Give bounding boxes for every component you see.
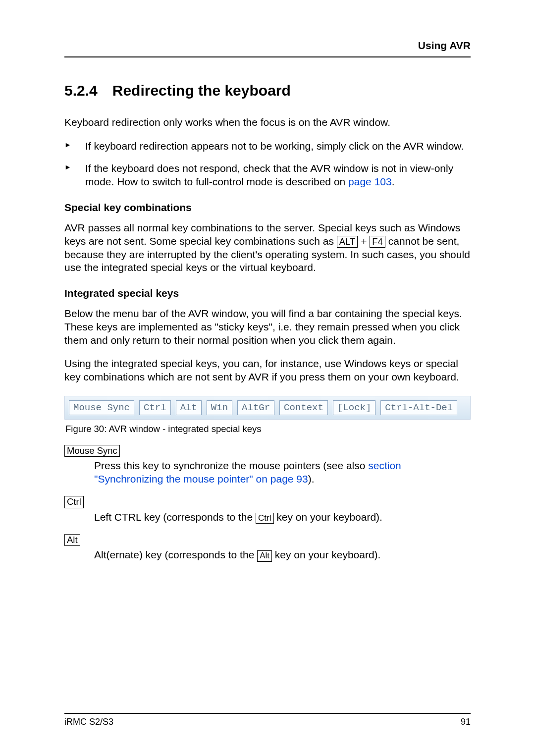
- win-button[interactable]: Win: [207, 400, 232, 415]
- section-heading: Redirecting the keyboard: [112, 82, 291, 99]
- ctrl-inline-key-icon: Ctrl: [256, 513, 273, 524]
- text-fragment: Alt(ernate) key (corresponds to the: [94, 549, 257, 560]
- text-fragment: key on your keyboard).: [274, 511, 382, 523]
- context-button[interactable]: Context: [279, 400, 328, 415]
- text-fragment: +: [358, 235, 370, 247]
- def-term: Ctrl: [64, 495, 471, 508]
- figure-special-keys-bar: Mouse Sync Ctrl Alt Win AltGr Context [L…: [64, 396, 471, 420]
- definition-list: Mouse Sync Press this key to synchronize…: [64, 444, 471, 562]
- alt-key-icon: Alt: [64, 534, 80, 546]
- text-fragment: ).: [308, 473, 315, 485]
- integrated-keys-paragraph-2: Using the integrated special keys, you c…: [64, 357, 471, 384]
- ctrl-button[interactable]: Ctrl: [139, 400, 171, 415]
- bullet-text-part3: .: [392, 176, 395, 187]
- mouse-sync-button[interactable]: Mouse Sync: [69, 400, 134, 415]
- intro-paragraph: Keyboard redirection only works when the…: [64, 116, 471, 129]
- alt-inline-key-icon: Alt: [257, 550, 272, 561]
- page: Using AVR 5.2.4Redirecting the keyboard …: [0, 0, 535, 756]
- footer-rule: [64, 713, 471, 714]
- page-footer: iRMC S2/S3 91: [64, 709, 471, 727]
- section-title: 5.2.4Redirecting the keyboard: [64, 82, 471, 99]
- footer-row: iRMC S2/S3 91: [64, 717, 471, 727]
- def-body: Alt(ernate) key (corresponds to the Alt …: [94, 548, 471, 561]
- ctrl-alt-del-button[interactable]: Ctrl-Alt-Del: [380, 400, 457, 415]
- page-link[interactable]: page 103: [348, 176, 392, 187]
- list-item: If the keyboard does not respond, check …: [64, 162, 471, 189]
- def-term: Alt: [64, 534, 471, 546]
- list-item: If keyboard redirection appears not to b…: [64, 139, 471, 153]
- ctrl-key-icon: Ctrl: [64, 496, 84, 508]
- def-body: Left CTRL key (corresponds to the Ctrl k…: [94, 510, 471, 524]
- mouse-sync-key-icon: Mouse Sync: [64, 445, 120, 457]
- bullet-text: If keyboard redirection appears not to b…: [85, 140, 464, 152]
- running-header: Using AVR: [64, 40, 471, 56]
- footer-left: iRMC S2/S3: [64, 717, 113, 727]
- bullet-text-part1: If the keyboard does not respond, check …: [85, 162, 453, 187]
- figure-caption: Figure 30: AVR window - integrated speci…: [65, 424, 471, 434]
- def-term: Mouse Sync: [64, 444, 471, 457]
- alt-button[interactable]: Alt: [176, 400, 202, 415]
- text-fragment: key on your keyboard).: [272, 549, 380, 560]
- text-fragment: Press this key to synchronize the mouse …: [94, 460, 368, 471]
- altgr-button[interactable]: AltGr: [237, 400, 274, 415]
- header-rule: [64, 56, 471, 57]
- page-number: 91: [461, 717, 471, 727]
- f4-key-icon: F4: [370, 236, 385, 248]
- subheading-integrated-keys: Integrated special keys: [64, 287, 471, 299]
- integrated-keys-paragraph-1: Below the menu bar of the AVR window, yo…: [64, 307, 471, 347]
- special-keys-paragraph: AVR passes all normal key combinations t…: [64, 221, 471, 275]
- def-body: Press this key to synchronize the mouse …: [94, 459, 471, 486]
- subheading-special-keys: Special key combinations: [64, 202, 471, 214]
- alt-key-icon: ALT: [337, 236, 358, 248]
- section-number: 5.2.4: [64, 82, 98, 99]
- text-fragment: Left CTRL key (corresponds to the: [94, 511, 256, 523]
- bullet-list: If keyboard redirection appears not to b…: [64, 139, 471, 189]
- lock-button[interactable]: [Lock]: [333, 400, 375, 415]
